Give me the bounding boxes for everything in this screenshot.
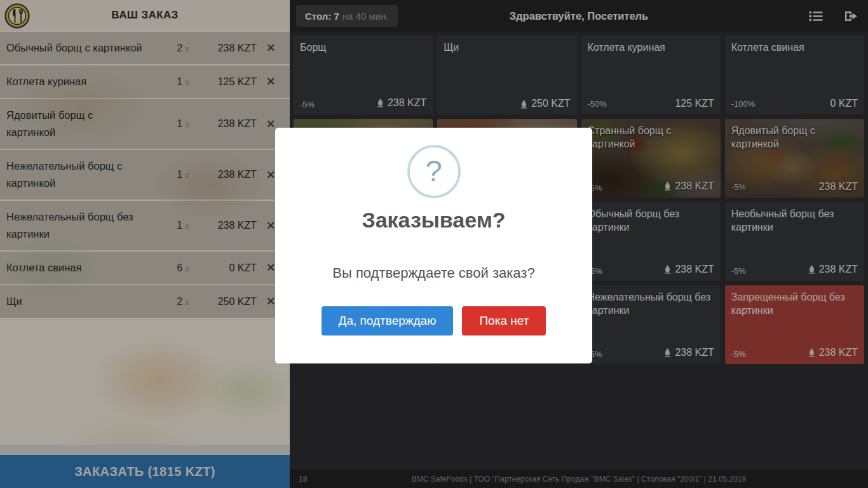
cancel-button[interactable]: Пока нет — [462, 306, 546, 336]
question-icon: ? — [407, 145, 461, 198]
dialog-title: Заказываем? — [275, 208, 592, 233]
pos-screen: ВАШ ЗАКАЗ Обычный борщ с картинкой 2 x 2… — [0, 0, 868, 488]
dialog-buttons: Да, подтверждаю Пока нет — [275, 306, 592, 336]
confirm-button[interactable]: Да, подтверждаю — [322, 306, 454, 336]
dialog-message: Вы подтверждаете свой заказ? — [275, 265, 592, 281]
question-mark: ? — [425, 153, 442, 191]
confirm-dialog: ? Заказываем? Вы подтверждаете свой зака… — [275, 128, 592, 363]
